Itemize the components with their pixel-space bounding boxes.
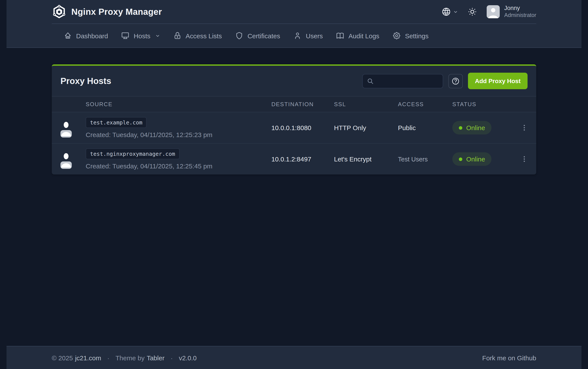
dots-vertical-icon xyxy=(520,123,528,132)
book-icon xyxy=(336,31,345,40)
nav-item-hosts[interactable]: Hosts xyxy=(115,28,166,43)
chevron-down-icon xyxy=(155,33,160,38)
status-dot-icon xyxy=(459,126,462,129)
source-domain: test.nginxproxymanager.com xyxy=(86,148,179,159)
nav-item-settings[interactable]: Settings xyxy=(387,28,434,43)
theme-toggle-button[interactable] xyxy=(468,7,477,17)
version-text: v2.0.0 xyxy=(179,354,197,361)
github-link[interactable]: Fork me on Github xyxy=(482,354,536,361)
copyright-text: © 2025 xyxy=(52,354,73,361)
monitor-icon xyxy=(121,31,130,40)
shield-icon xyxy=(235,31,244,40)
user-role: Administrator xyxy=(504,12,536,19)
row-actions-menu-button[interactable] xyxy=(518,153,530,165)
sun-icon xyxy=(468,7,477,17)
search-input[interactable] xyxy=(362,74,443,88)
app-viewport: Nginx Proxy Manager xyxy=(0,0,588,369)
host-owner-avatar xyxy=(60,161,72,169)
brand-home-link[interactable]: Nginx Proxy Manager xyxy=(52,4,162,19)
proxy-hosts-table: Source Destination SSL Access Status xyxy=(52,96,536,174)
nav-item-users[interactable]: Users xyxy=(288,28,328,43)
chevron-down-icon xyxy=(453,9,458,14)
created-timestamp: Created: Tuesday, 04/11/2025, 12:25:45 p… xyxy=(86,162,261,170)
destination-cell: 10.0.0.1:8080 xyxy=(266,112,329,144)
dots-vertical-icon xyxy=(520,155,528,163)
theme-by-text: Theme by xyxy=(115,354,144,361)
add-proxy-host-button[interactable]: Add Proxy Host xyxy=(468,73,528,89)
ssl-cell: Let's Encrypt xyxy=(329,144,393,174)
status-dot-icon xyxy=(459,157,462,161)
host-owner-avatar xyxy=(60,130,72,137)
top-band: Nginx Proxy Manager xyxy=(7,0,581,48)
app-title: Nginx Proxy Manager xyxy=(71,7,162,17)
user-name: Jonny xyxy=(504,5,536,12)
home-icon xyxy=(63,31,72,40)
col-header-avatar xyxy=(52,96,80,112)
col-header-ssl: SSL xyxy=(329,96,393,112)
app-header: Nginx Proxy Manager xyxy=(52,0,536,24)
row-actions-menu-button[interactable] xyxy=(518,122,530,133)
help-button[interactable] xyxy=(448,74,463,88)
ssl-cell: HTTP Only xyxy=(329,112,393,144)
access-cell: Public xyxy=(393,112,447,144)
col-header-source: Source xyxy=(80,96,266,112)
lock-icon xyxy=(173,31,182,40)
page-title: Proxy Hosts xyxy=(60,76,111,86)
user-menu[interactable]: Jonny Administrator xyxy=(487,5,536,19)
nav-item-dashboard[interactable]: Dashboard xyxy=(58,28,114,43)
table-row: test.nginxproxymanager.com Created: Tues… xyxy=(52,144,536,174)
main-content: Proxy Hosts Add Proxy Host xyxy=(0,48,588,346)
gear-icon xyxy=(392,31,401,40)
help-circle-icon xyxy=(451,76,460,85)
created-timestamp: Created: Tuesday, 04/11/2025, 12:25:23 p… xyxy=(86,131,261,138)
col-header-status: Status xyxy=(447,96,513,112)
jc21-link[interactable]: jc21.com xyxy=(75,354,101,361)
nav-item-certificates[interactable]: Certificates xyxy=(229,28,286,43)
status-badge: Online xyxy=(452,121,492,134)
npm-logo-icon xyxy=(52,4,67,19)
proxy-hosts-card: Proxy Hosts Add Proxy Host xyxy=(52,64,536,174)
col-header-actions xyxy=(513,96,536,112)
nav-item-audit-logs[interactable]: Audit Logs xyxy=(330,28,385,43)
col-header-destination: Destination xyxy=(266,96,329,112)
col-header-access: Access xyxy=(393,96,447,112)
user-icon xyxy=(293,31,302,40)
page-footer: © 2025 jc21.com · Theme by Tabler · v2.0… xyxy=(7,346,581,369)
main-nav: Dashboard Hosts Access Lists xyxy=(52,24,536,47)
status-badge: Online xyxy=(452,152,492,166)
table-row: test.example.com Created: Tuesday, 04/11… xyxy=(52,112,536,144)
access-cell: Test Users xyxy=(393,144,447,174)
globe-icon xyxy=(442,7,451,17)
nav-item-access-lists[interactable]: Access Lists xyxy=(167,28,228,43)
source-domain: test.example.com xyxy=(86,117,147,128)
tabler-link[interactable]: Tabler xyxy=(147,354,165,361)
language-menu-button[interactable] xyxy=(442,7,458,17)
destination-cell: 10.0.1.2:8497 xyxy=(266,144,329,174)
user-avatar xyxy=(487,5,500,18)
